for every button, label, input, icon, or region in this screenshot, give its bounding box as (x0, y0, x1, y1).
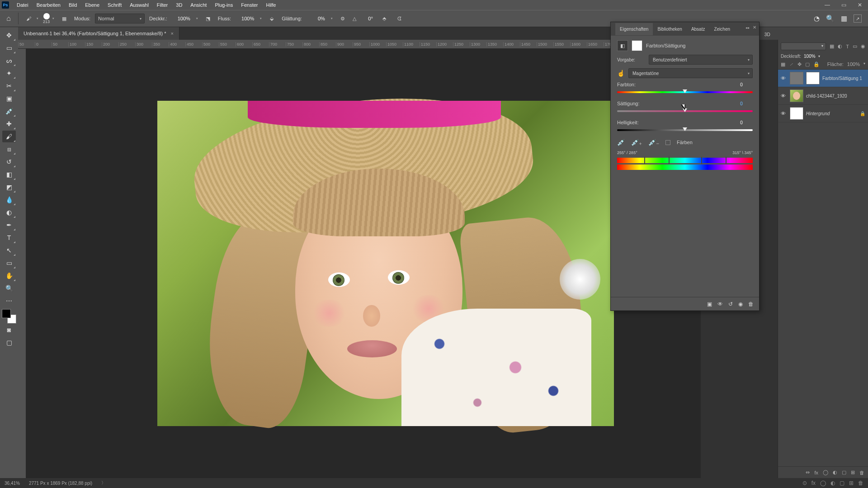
heal-tool[interactable]: ✚ (2, 118, 16, 130)
share-icon[interactable]: ↗ (854, 14, 862, 23)
eyedropper-tool[interactable]: 💉 (2, 105, 16, 117)
airbrush-icon[interactable]: ⬙ (266, 13, 277, 24)
link-icon[interactable]: ⇔ (806, 469, 810, 475)
tab-eigenschaften[interactable]: Eigenschaften (615, 23, 653, 35)
eyedropper-plus-icon[interactable]: 💉₊ (631, 139, 642, 146)
angle-input[interactable]: 0° (361, 14, 374, 23)
shape-tool[interactable]: ▭ (2, 257, 16, 269)
flow-input[interactable]: 100% (236, 14, 255, 23)
tab-zeichen[interactable]: Zeichen (709, 23, 735, 35)
fill-value[interactable]: 100% (847, 61, 860, 67)
view-previous-icon[interactable]: 👁 (717, 301, 723, 307)
trash-icon[interactable]: 🗑 (748, 301, 754, 307)
group-icon[interactable]: ▢ (842, 469, 846, 475)
filter-icon[interactable]: ◐ (838, 43, 842, 49)
quick-mask-icon[interactable]: ◙ (2, 324, 16, 336)
channel-select[interactable]: Magentatöne (628, 68, 753, 78)
tab-bibliotheken[interactable]: Bibliotheken (653, 23, 686, 35)
color-range-spectrum[interactable] (617, 158, 753, 170)
brush-preview[interactable]: 213 (43, 13, 50, 24)
clip-icon[interactable]: ▣ (707, 301, 712, 307)
doc-info-arrow[interactable]: 〉 (101, 480, 106, 486)
footer-icon[interactable]: fx (811, 480, 816, 486)
lasso-tool[interactable]: ᔕ (2, 55, 16, 66)
layer-row[interactable]: 👁 Farbton/Sättigung 1 (778, 70, 868, 87)
close-button[interactable]: ✕ (852, 0, 868, 10)
dodge-tool[interactable]: ◐ (2, 206, 16, 218)
eyedropper-minus-icon[interactable]: 💉₋ (648, 139, 659, 146)
gradient-tool[interactable]: ◩ (2, 181, 16, 193)
blend-mode-select[interactable]: Normal (95, 14, 145, 23)
symmetry-icon[interactable]: ᗧ (394, 13, 405, 24)
menu-datei[interactable]: Datei (13, 0, 33, 10)
chevron-down-icon[interactable]: ▾ (331, 17, 333, 20)
adjustment-icon[interactable]: ◐ (833, 469, 837, 475)
lock-all-icon[interactable]: 🔒 (813, 61, 820, 67)
lock-icon[interactable]: 🔒 (860, 111, 865, 116)
move-tool[interactable]: ✥ (2, 29, 16, 41)
smoothing-input[interactable]: 0% (307, 14, 326, 23)
tab-3d[interactable]: 3D (760, 29, 775, 40)
menu-filter[interactable]: Filter (153, 0, 172, 10)
finger-icon[interactable]: ☝ (617, 70, 625, 77)
visibility-icon[interactable]: 👁 (781, 111, 787, 116)
menu-bearbeiten[interactable]: Bearbeiten (33, 0, 65, 10)
fx-icon[interactable]: fx (814, 470, 818, 475)
filter-icon[interactable]: ▦ (830, 43, 834, 49)
saturation-slider[interactable] (617, 109, 753, 113)
lightness-input[interactable]: 0 (730, 120, 753, 125)
type-tool[interactable]: T (2, 232, 16, 244)
lock-icon[interactable]: ▦ (781, 61, 785, 67)
menu-hilfe[interactable]: Hilfe (262, 0, 280, 10)
layer-row[interactable]: 👁 child-1423447_1920 (778, 87, 868, 105)
pen-tool[interactable]: ✒ (2, 219, 16, 231)
eraser-tool[interactable]: ◧ (2, 169, 16, 180)
menu-bild[interactable]: Bild (65, 0, 81, 10)
menu-plugins[interactable]: Plug-ins (211, 0, 237, 10)
footer-icon[interactable]: ◯ (820, 480, 826, 486)
new-layer-icon[interactable]: ⊞ (851, 469, 855, 475)
brush-tool[interactable]: 🖌 (2, 131, 16, 142)
filter-icon[interactable]: ▭ (853, 43, 857, 49)
screen-mode-icon[interactable]: ▢ (2, 337, 16, 348)
cloud-docs-icon[interactable]: ◔ (814, 14, 820, 23)
close-panel-icon[interactable]: ✕ (753, 25, 756, 30)
footer-icon[interactable]: ▢ (840, 480, 844, 486)
doc-info[interactable]: 2771 Px x 1869 Px (182,88 ppi) (29, 481, 92, 486)
chevron-down-icon[interactable]: ▾ (196, 17, 198, 20)
preset-select[interactable]: Benutzerdefiniert (649, 55, 753, 65)
layer-opacity-value[interactable]: 100% (804, 54, 816, 59)
opacity-input[interactable]: 100% (172, 14, 192, 23)
canvas-area[interactable] (26, 49, 701, 478)
menu-ansicht[interactable]: Ansicht (186, 0, 211, 10)
color-swatch[interactable] (2, 309, 16, 324)
mask-thumb[interactable] (806, 72, 820, 84)
chevron-down-icon[interactable]: ▾ (260, 17, 262, 20)
filter-icon[interactable]: ◉ (861, 43, 865, 49)
lightness-slider[interactable] (617, 128, 753, 132)
saturation-input[interactable]: 0 (730, 101, 753, 106)
stamp-tool[interactable]: ⧇ (2, 143, 16, 155)
menu-schrift[interactable]: Schrift (104, 0, 126, 10)
chevron-down-icon[interactable]: ▾ (52, 17, 54, 20)
path-select-tool[interactable]: ↖ (2, 244, 16, 256)
home-button[interactable]: ⌂ (4, 14, 14, 23)
footer-icon[interactable]: ⊞ (849, 480, 854, 486)
wand-tool[interactable]: ✦ (2, 67, 16, 79)
lock-icon[interactable]: ✥ (797, 61, 802, 67)
edit-toolbar[interactable]: ⋯ (2, 295, 16, 307)
zoom-value[interactable]: 36,41% (5, 481, 20, 486)
tab-absatz[interactable]: Absatz (687, 23, 710, 35)
mask-icon[interactable] (632, 40, 642, 51)
pressure-opacity-icon[interactable]: ⬔ (203, 13, 213, 24)
restore-button[interactable]: ▭ (835, 0, 852, 10)
crop-tool[interactable]: ✂ (2, 80, 16, 92)
marquee-tool[interactable]: ▭ (2, 42, 16, 54)
footer-icon[interactable]: 🗑 (858, 480, 863, 486)
menu-auswahl[interactable]: Auswahl (126, 0, 153, 10)
lock-icon[interactable]: ⟋ (789, 61, 794, 67)
footer-icon[interactable]: ⊙ (802, 480, 807, 486)
hand-tool[interactable]: ✋ (2, 270, 16, 282)
menu-fenster[interactable]: Fenster (237, 0, 262, 10)
reset-icon[interactable]: ↺ (728, 301, 733, 307)
